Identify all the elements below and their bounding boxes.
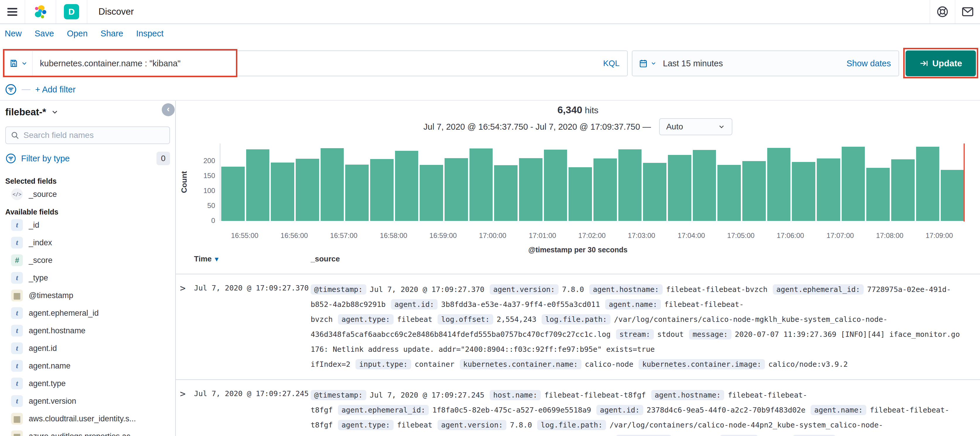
histogram-bar[interactable] [916, 147, 940, 221]
field-item-agent.version[interactable]: tagent.version [5, 392, 170, 410]
histogram-bar[interactable] [345, 164, 369, 221]
time-column-header[interactable]: Time▼ [194, 254, 220, 264]
menu-link-open[interactable]: Open [67, 29, 88, 38]
expand-row-icon[interactable]: > [180, 388, 194, 436]
field-value: filebeat-filebeat-t8fgf [544, 391, 646, 399]
elastic-logo [33, 5, 48, 19]
refresh-icon [920, 59, 928, 68]
field-item-@timestamp[interactable]: ▦@timestamp [5, 287, 170, 304]
collapse-sidebar-button[interactable]: ‹ [162, 103, 175, 116]
menu-link-share[interactable]: Share [100, 29, 123, 38]
string-field-icon: t [11, 219, 23, 231]
query-input[interactable] [33, 59, 595, 69]
histogram-bar[interactable] [246, 149, 270, 221]
field-item-agent.id[interactable]: tagent.id [5, 339, 170, 357]
histogram-bar[interactable] [221, 167, 245, 221]
field-item-_score[interactable]: #_score [5, 251, 170, 269]
histogram-bar[interactable] [792, 162, 815, 221]
histogram-bar[interactable] [718, 165, 741, 221]
field-item-agent.ephemeral_id[interactable]: tagent.ephemeral_id [5, 304, 170, 322]
saved-query-button[interactable] [5, 51, 33, 76]
field-item-azure.auditlogs.properties.ac...[interactable]: ▦azure.auditlogs.properties.ac... [5, 428, 170, 436]
histogram-bar[interactable] [544, 150, 567, 221]
discover-main: 6,340 hits Jul 7, 2020 @ 16:54:37.750 - … [175, 101, 980, 436]
y-tick-label: 150 [193, 172, 215, 180]
histogram-bar[interactable] [842, 147, 865, 221]
histogram-bar[interactable] [395, 151, 418, 221]
histogram-bar[interactable] [494, 165, 517, 221]
chevron-down-icon [718, 123, 725, 131]
query-language-button[interactable]: KQL [595, 59, 627, 68]
field-name-badge: agent.name: [811, 405, 866, 415]
number-field-icon: # [11, 254, 23, 266]
menu-link-inspect[interactable]: Inspect [136, 29, 164, 38]
histogram-bar[interactable] [370, 159, 394, 221]
histogram-bar[interactable] [593, 158, 617, 221]
field-name-badge: log.file.path: [537, 420, 606, 430]
field-item-_source[interactable]: </>_source [5, 185, 170, 203]
page-title: Discover [99, 6, 134, 17]
field-value: 2,554,243 [497, 315, 536, 324]
help-button[interactable] [930, 0, 955, 24]
histogram-bar[interactable] [668, 155, 691, 221]
newsfeed-button[interactable] [955, 0, 980, 24]
filter-icon[interactable] [5, 83, 17, 96]
x-tick-label: 17:04:00 [668, 232, 715, 240]
update-button[interactable]: Update [905, 51, 976, 76]
field-item-agent.type[interactable]: tagent.type [5, 375, 170, 392]
show-dates-link[interactable]: Show dates [839, 59, 899, 69]
menu-link-save[interactable]: Save [35, 29, 54, 38]
hits-count: 6,340 [557, 104, 582, 115]
histogram-bar[interactable] [469, 149, 493, 221]
histogram-bar[interactable] [767, 148, 791, 221]
date-quick-select-button[interactable] [632, 51, 663, 76]
menu-link-new[interactable]: New [5, 29, 22, 38]
menu-button[interactable] [0, 0, 25, 24]
field-name-badge: @timestamp: [311, 390, 366, 400]
x-tick-label: 16:58:00 [370, 232, 417, 240]
interval-select[interactable]: Auto [659, 118, 732, 135]
add-filter-link[interactable]: + Add filter [35, 85, 76, 94]
histogram-bar[interactable] [296, 159, 319, 221]
field-item-agent.name[interactable]: tagent.name [5, 357, 170, 375]
discover-page: D Discover NewSaveOpenShareInspect [0, 0, 980, 436]
histogram-bar[interactable] [321, 148, 344, 221]
date-field-icon: ▦ [11, 413, 23, 425]
index-pattern-select[interactable]: filebeat-* [5, 107, 170, 118]
field-name-badge: stream: [720, 435, 758, 436]
field-item-_id[interactable]: t_id [5, 216, 170, 234]
histogram-bar[interactable] [891, 159, 915, 221]
selected-fields-list: </>_source [5, 185, 170, 203]
histogram-bar[interactable] [866, 168, 890, 221]
elastic-logo-button[interactable] [25, 0, 56, 24]
histogram-bar[interactable] [420, 165, 443, 221]
field-item-_index[interactable]: t_index [5, 234, 170, 251]
top-menu: NewSaveOpenShareInspect [5, 29, 164, 38]
table-row: >Jul 7, 2020 @ 17:09:27.370@timestamp:Ju… [176, 274, 980, 380]
histogram-bar[interactable] [519, 158, 542, 221]
sort-descending-icon: ▼ [213, 256, 220, 263]
field-item-aws.cloudtrail.user_identity.s...[interactable]: ▦aws.cloudtrail.user_identity.s... [5, 410, 170, 428]
histogram-bar[interactable] [693, 150, 716, 221]
field-name-badge: agent.version: [490, 284, 558, 295]
field-item-agent.hostname[interactable]: tagent.hostname [5, 322, 170, 339]
field-item-_type[interactable]: t_type [5, 269, 170, 287]
chart-time-range: Jul 7, 2020 @ 16:54:37.750 - Jul 7, 2020… [423, 122, 651, 132]
histogram-bar[interactable] [643, 163, 667, 221]
histogram-bar[interactable] [271, 163, 294, 221]
field-value: 2378d4c6-9ea5-44f0-a2c2-70b9f483d02e [647, 406, 806, 414]
histogram-bar[interactable] [445, 158, 468, 221]
time-range-label[interactable]: Last 15 minutes [663, 59, 839, 69]
field-value: calico/node:v3.9.2 [768, 360, 848, 369]
histogram-bar[interactable] [742, 161, 766, 221]
app-badge: D [64, 4, 79, 19]
row-timestamp: Jul 7, 2020 @ 17:09:27.370 [194, 282, 311, 372]
expand-row-icon[interactable]: > [180, 282, 194, 372]
histogram-bar[interactable] [568, 167, 592, 221]
field-search-input[interactable] [24, 131, 165, 140]
filter-by-type-button[interactable]: Filter by type 0 [5, 152, 170, 165]
histogram-bar[interactable] [618, 149, 642, 221]
x-tick-label: 17:01:00 [519, 232, 566, 240]
histogram-bar[interactable] [817, 158, 840, 221]
histogram-bar[interactable] [941, 170, 964, 221]
